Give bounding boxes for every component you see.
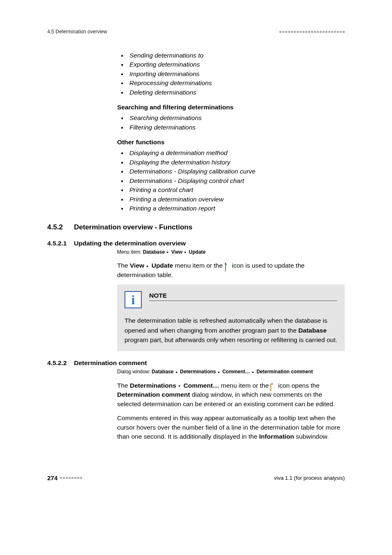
top-list-block: Sending determinations to Exporting dete…	[117, 51, 345, 213]
menu-path-4521: Menu item: Database ▸ View ▸ Update	[117, 249, 345, 256]
note-body: The determination table is refreshed aut…	[125, 316, 337, 345]
para-4522-2: Comments entered in this way appear auto…	[117, 414, 345, 441]
list-item: Reprocessing determinations	[117, 79, 345, 88]
text-bold: Information	[259, 433, 294, 440]
dlg-seg: Determinations	[180, 369, 216, 375]
subsection-number: 4.5.2.2	[47, 359, 74, 367]
info-icon: i	[125, 291, 142, 308]
menu-prefix: Menu item:	[117, 249, 143, 255]
text: icon opens the	[276, 382, 319, 389]
text: menu item or the	[219, 382, 270, 389]
text-bold: Database	[298, 327, 327, 334]
text: subwindow.	[294, 433, 329, 440]
text-bold: Determinations	[130, 382, 176, 389]
dlg-seg: Determination comment	[256, 369, 313, 375]
text-bold: Comment…	[183, 382, 219, 389]
footer-product: viva 1.1 (for process analysis)	[274, 475, 345, 481]
text-bold: Determination comment	[117, 391, 190, 398]
text-bold: Update	[152, 262, 173, 269]
refresh-icon	[224, 263, 230, 269]
menu-seg: Update	[189, 249, 206, 255]
search-filter-heading: Searching and filtering determinations	[117, 104, 345, 111]
list-item: Exporting determinations	[117, 60, 345, 69]
header-decoration	[279, 31, 345, 33]
section-number: 4.5.2	[47, 223, 74, 231]
note-title: NOTE	[149, 292, 337, 301]
page-number: 274	[47, 474, 58, 481]
section-4-5-2: 4.5.2 Determination overview - Functions	[47, 223, 345, 231]
list-item: Printing a determination report	[117, 204, 345, 213]
note-header: i NOTE	[125, 291, 337, 308]
footer-decoration	[60, 477, 82, 479]
list-item: Importing determinations	[117, 69, 345, 79]
list-item: Searching determinations	[117, 113, 345, 123]
comment-icon	[270, 383, 276, 389]
list-item: Filtering determinations	[117, 123, 345, 132]
text: The determination table is refreshed aut…	[125, 317, 327, 333]
page-footer: 274 viva 1.1 (for process analysis)	[47, 474, 345, 481]
text-bold: View	[130, 262, 144, 269]
list-item: Determinations - Displaying calibration …	[117, 167, 345, 176]
text: program part, but afterwards only when r…	[125, 336, 337, 343]
header-section-label: 4.5 Determination overview	[47, 29, 107, 35]
operations-list: Sending determinations to Exporting dete…	[117, 51, 345, 97]
search-filter-list: Searching determinations Filtering deter…	[117, 113, 345, 132]
menu-seg: Database	[143, 249, 165, 255]
text: The	[117, 262, 130, 269]
menu-seg: View	[171, 249, 182, 255]
para-4521: The View ▸ Update menu item or the icon …	[117, 261, 345, 280]
dialog-path-4522: Dialog window: Database ▸ Determinations…	[117, 368, 345, 375]
other-functions-heading: Other functions	[117, 139, 345, 146]
subsection-title: Updating the determination overview	[74, 240, 186, 247]
dlg-prefix: Dialog window:	[117, 369, 152, 375]
subsection-title: Determination comment	[74, 359, 147, 367]
list-item: Printing a determination overview	[117, 195, 345, 204]
section-4-5-2-1: 4.5.2.1 Updating the determination overv…	[47, 240, 345, 247]
subsection-number: 4.5.2.1	[47, 240, 74, 247]
other-functions-list: Displaying a determination method Displa…	[117, 148, 345, 213]
list-item: Sending determinations to	[117, 51, 345, 60]
note-box: i NOTE The determination table is refres…	[117, 284, 345, 351]
list-item: Printing a control chart	[117, 185, 345, 194]
para-4522-1: The Determinations ▸ Comment… menu item …	[117, 381, 345, 409]
page-header: 4.5 Determination overview	[47, 29, 345, 35]
list-item: Deleting determinations	[117, 88, 345, 97]
list-item: Displaying a determination method	[117, 148, 345, 157]
dlg-seg: Database	[152, 369, 173, 375]
section-4-5-2-2: 4.5.2.2 Determination comment	[47, 359, 345, 367]
section-title: Determination overview - Functions	[74, 223, 192, 231]
text: The	[117, 382, 130, 389]
dlg-seg: Comment…	[222, 369, 250, 375]
text: menu item or the	[173, 262, 224, 269]
list-item: Determinations - Displaying control char…	[117, 176, 345, 185]
list-item: Displaying the determination history	[117, 158, 345, 167]
page: 4.5 Determination overview Sending deter…	[0, 0, 392, 506]
